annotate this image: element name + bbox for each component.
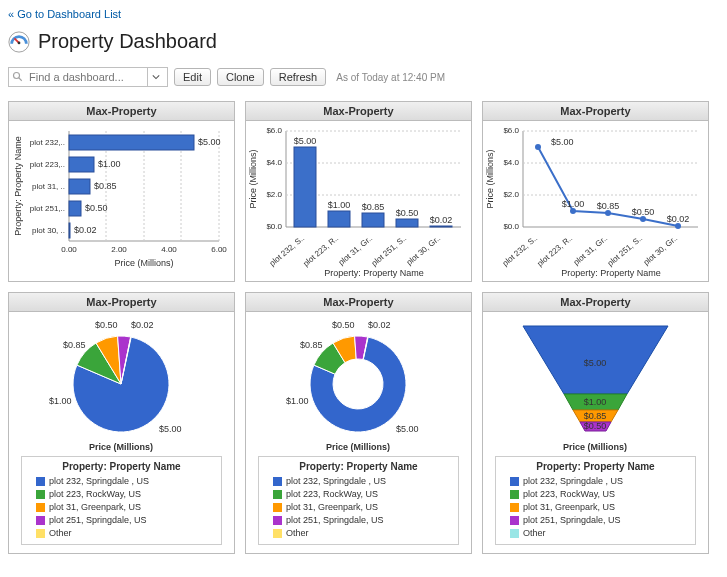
panel-title: Max-Property <box>483 293 708 312</box>
svg-text:$0.0: $0.0 <box>266 222 282 231</box>
svg-rect-12 <box>69 179 90 194</box>
svg-text:$0.50: $0.50 <box>632 207 655 217</box>
svg-text:$0.0: $0.0 <box>503 222 519 231</box>
svg-text:$0.85: $0.85 <box>584 411 607 421</box>
vbar-chart: $5.00 $1.00 $0.85 $0.50 $0.02 $0.0 $2.0 … <box>246 121 471 281</box>
svg-text:Price (Millions): Price (Millions) <box>248 149 258 208</box>
svg-text:$2.0: $2.0 <box>503 190 519 199</box>
svg-text:Price (Millions): Price (Millions) <box>563 442 627 452</box>
svg-text:plot 251, S..: plot 251, S.. <box>370 234 408 268</box>
svg-text:$5.00: $5.00 <box>294 136 317 146</box>
svg-text:$4.0: $4.0 <box>503 158 519 167</box>
svg-text:$2.0: $2.0 <box>266 190 282 199</box>
panel-hbar: Max-Property $5.00 $1.00 $0.85 <box>8 101 235 282</box>
toolbar: Edit Clone Refresh As of Today at 12:40 … <box>8 67 719 87</box>
panel-title: Max-Property <box>246 293 471 312</box>
panel-line: Max-Property $5.00 $1.00 $0.85 $0.50 $0.… <box>482 101 709 282</box>
svg-text:$6.0: $6.0 <box>266 126 282 135</box>
svg-text:Property: Property Name: Property: Property Name <box>561 268 661 278</box>
svg-text:Price (Millions): Price (Millions) <box>114 258 173 268</box>
svg-text:$6.0: $6.0 <box>503 126 519 135</box>
svg-text:$0.85: $0.85 <box>362 202 385 212</box>
svg-rect-37 <box>328 211 350 227</box>
svg-rect-10 <box>69 135 194 150</box>
timestamp: As of Today at 12:40 PM <box>336 72 445 83</box>
svg-text:$1.00: $1.00 <box>286 396 309 406</box>
svg-text:plot 223, R..: plot 223, R.. <box>301 234 340 269</box>
back-prefix: « <box>8 8 17 20</box>
svg-text:4.00: 4.00 <box>161 245 177 254</box>
legend: Property: Property Name plot 232, Spring… <box>495 456 696 545</box>
funnel-chart: $5.00 $1.00 $0.85 $0.50 Price (Millions) <box>483 312 708 452</box>
svg-text:2.00: 2.00 <box>111 245 127 254</box>
svg-text:$0.02: $0.02 <box>667 214 690 224</box>
svg-rect-39 <box>396 219 418 227</box>
svg-text:plot 232,..: plot 232,.. <box>30 138 65 147</box>
svg-text:Property: Property Name: Property: Property Name <box>13 136 23 236</box>
svg-text:$1.00: $1.00 <box>328 200 351 210</box>
svg-text:$0.50: $0.50 <box>396 208 419 218</box>
panel-vbar: Max-Property $5.00 $1.00 $0.85 $0.50 $0.… <box>245 101 472 282</box>
svg-text:$0.50: $0.50 <box>332 320 355 330</box>
svg-text:$5.00: $5.00 <box>396 424 419 434</box>
svg-text:plot 30, Gr..: plot 30, Gr.. <box>405 234 442 267</box>
pie-chart: $5.00 $1.00 $0.85 $0.50 $0.02 Price (Mil… <box>9 312 234 452</box>
panel-title: Max-Property <box>246 102 471 121</box>
line-chart: $5.00 $1.00 $0.85 $0.50 $0.02 $0.0 $2.0 … <box>483 121 708 281</box>
svg-text:$1.00: $1.00 <box>562 199 585 209</box>
svg-text:$0.85: $0.85 <box>300 340 323 350</box>
svg-text:$0.85: $0.85 <box>94 181 117 191</box>
panel-donut: Max-Property $5.00 $1.00 $0.85 $0.50 $0.… <box>245 292 472 554</box>
panel-title: Max-Property <box>9 102 234 121</box>
edit-button[interactable]: Edit <box>174 68 211 86</box>
svg-text:$0.02: $0.02 <box>131 320 154 330</box>
svg-text:Property: Property Name: Property: Property Name <box>324 268 424 278</box>
svg-text:plot 232, S..: plot 232, S.. <box>501 234 539 268</box>
svg-rect-38 <box>362 213 384 227</box>
svg-text:$1.00: $1.00 <box>584 397 607 407</box>
svg-rect-14 <box>69 223 70 238</box>
page-title: Property Dashboard <box>38 30 217 53</box>
gauge-icon <box>8 31 30 53</box>
svg-text:$0.50: $0.50 <box>85 203 108 213</box>
svg-text:$0.85: $0.85 <box>63 340 86 350</box>
clone-button[interactable]: Clone <box>217 68 264 86</box>
hbar-chart: $5.00 $1.00 $0.85 $0.50 $0.02 plot 232,.… <box>9 121 234 281</box>
svg-text:$0.02: $0.02 <box>74 225 97 235</box>
svg-text:$5.00: $5.00 <box>159 424 182 434</box>
svg-text:plot 31, Gr..: plot 31, Gr.. <box>337 234 374 267</box>
svg-text:$0.02: $0.02 <box>368 320 391 330</box>
panel-pie: Max-Property $5.00 $1.00 $0.85 $0.50 $0.… <box>8 292 235 554</box>
svg-text:plot 223,..: plot 223,.. <box>30 160 65 169</box>
legend: Property: Property Name plot 232, Spring… <box>258 456 459 545</box>
svg-line-3 <box>19 78 22 81</box>
svg-rect-40 <box>430 226 452 227</box>
legend: Property: Property Name plot 232, Spring… <box>21 456 222 545</box>
svg-rect-13 <box>69 201 81 216</box>
svg-rect-36 <box>294 147 316 227</box>
refresh-button[interactable]: Refresh <box>270 68 327 86</box>
dashboard-search[interactable] <box>8 67 168 87</box>
svg-text:6.00: 6.00 <box>211 245 227 254</box>
panel-title: Max-Property <box>483 102 708 121</box>
back-link[interactable]: « Go to Dashboard List <box>8 8 121 20</box>
svg-text:$5.00: $5.00 <box>198 137 221 147</box>
chevron-down-icon[interactable] <box>147 68 163 86</box>
svg-text:$0.50: $0.50 <box>95 320 118 330</box>
svg-text:plot 30, ..: plot 30, .. <box>32 226 65 235</box>
panel-title: Max-Property <box>9 293 234 312</box>
svg-text:$0.50: $0.50 <box>584 421 607 431</box>
svg-text:$1.00: $1.00 <box>49 396 72 406</box>
svg-text:$0.02: $0.02 <box>430 215 453 225</box>
svg-text:plot 251, S..: plot 251, S.. <box>606 234 644 268</box>
donut-chart: $5.00 $1.00 $0.85 $0.50 $0.02 Price (Mil… <box>246 312 471 452</box>
svg-text:plot 223, R..: plot 223, R.. <box>535 234 574 269</box>
svg-text:Price (Millions): Price (Millions) <box>485 149 495 208</box>
svg-rect-11 <box>69 157 94 172</box>
search-input[interactable] <box>27 71 147 83</box>
svg-text:$5.00: $5.00 <box>584 358 607 368</box>
svg-point-62 <box>535 144 541 150</box>
svg-text:$5.00: $5.00 <box>551 137 574 147</box>
svg-text:Price (Millions): Price (Millions) <box>326 442 390 452</box>
svg-text:$0.85: $0.85 <box>597 201 620 211</box>
